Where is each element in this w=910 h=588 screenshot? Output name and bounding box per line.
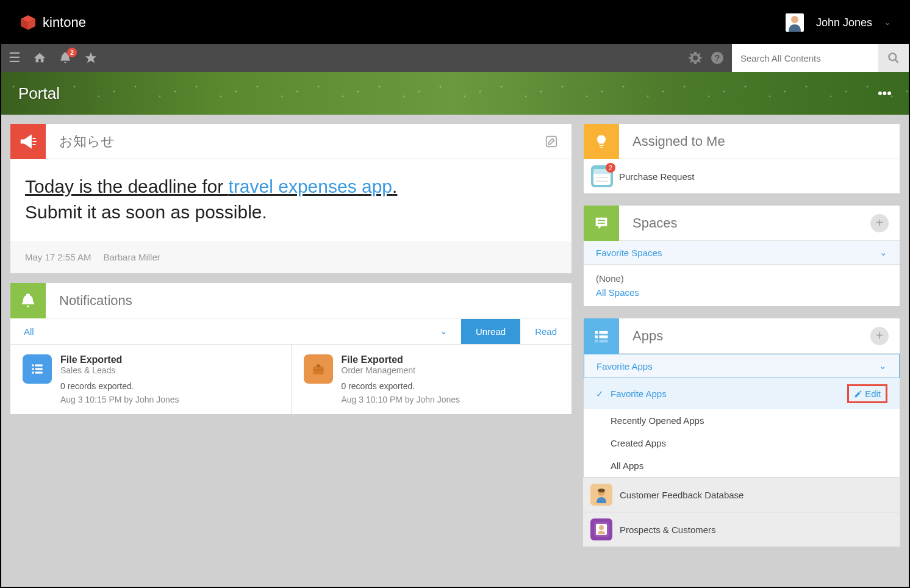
briefcase-icon <box>304 354 333 384</box>
tab-read[interactable]: Read <box>520 319 571 344</box>
user-name: John Jones <box>816 16 872 29</box>
lightbulb-icon <box>584 124 619 159</box>
svg-rect-16 <box>316 364 320 367</box>
svg-rect-11 <box>32 368 34 370</box>
toolbar: ☰ 2 ? <box>1 44 909 72</box>
spaces-panel: Spaces + Favorite Spaces ⌄ (None) All Sp… <box>583 205 900 307</box>
chevron-down-icon: ⌄ <box>884 18 890 27</box>
svg-line-7 <box>895 60 898 63</box>
megaphone-icon <box>10 124 46 159</box>
edit-label: Edit <box>865 389 881 399</box>
app-label: Customer Feedback Database <box>620 490 743 500</box>
all-spaces-link[interactable]: All Spaces <box>596 287 887 298</box>
star-icon[interactable] <box>84 51 98 65</box>
app-list-item[interactable]: Prospects & Customers <box>583 512 900 547</box>
notification-item[interactable]: File Exported Sales & Leads 0 records ex… <box>10 345 292 414</box>
svg-rect-10 <box>35 364 43 366</box>
notif-app: Order Management <box>342 365 560 375</box>
search-box <box>732 44 909 72</box>
notif-app: Sales & Leads <box>60 365 279 375</box>
home-icon[interactable] <box>33 51 46 65</box>
add-app-button[interactable]: + <box>870 327 889 345</box>
page-title: Portal <box>18 84 60 103</box>
apps-menu-favorite[interactable]: ✓ Favorite Apps Edit <box>584 378 900 409</box>
add-space-button[interactable]: + <box>870 214 889 232</box>
menu-item-label: Favorite Apps <box>611 389 667 399</box>
notif-title: File Exported <box>342 354 560 365</box>
app-list-item[interactable]: Customer Feedback Database <box>583 477 900 512</box>
apps-menu-created[interactable]: Created Apps <box>584 432 900 454</box>
travel-expenses-link[interactable]: travel expenses app <box>229 176 393 196</box>
avatar <box>786 13 804 32</box>
svg-rect-15 <box>313 367 323 375</box>
announcement-headline: Today is the deadline for travel expense… <box>25 176 557 197</box>
svg-point-3 <box>791 16 798 23</box>
svg-text:?: ? <box>715 53 720 63</box>
assigned-badge: 2 <box>606 163 615 173</box>
favorite-apps-dropdown[interactable]: Favorite Apps ⌄ <box>584 354 900 378</box>
logo-area[interactable]: kintone <box>20 14 86 31</box>
notification-badge: 2 <box>67 48 77 57</box>
menu-item-label: Created Apps <box>611 438 666 448</box>
apps-title: Apps <box>619 328 870 344</box>
svg-rect-25 <box>600 331 608 334</box>
search-button[interactable] <box>878 44 909 72</box>
spaces-none-label: (None) <box>596 273 887 284</box>
notifications-title: Notifications <box>46 293 571 309</box>
notif-desc: 0 records exported. <box>342 381 560 391</box>
logo-icon <box>20 14 37 31</box>
announcement-subline: Submit it as soon as possible. <box>25 202 557 223</box>
bell-panel-icon <box>10 283 46 318</box>
svg-rect-29 <box>600 339 608 342</box>
help-icon[interactable]: ? <box>710 51 725 65</box>
check-icon: ✓ <box>596 389 604 400</box>
notif-time: Aug 3 10:10 PM by John Jones <box>342 395 560 404</box>
assigned-item[interactable]: 2 Purchase Request <box>584 159 900 193</box>
announcement-panel: お知らせ Today is the deadline for travel ex… <box>10 123 572 274</box>
svg-rect-26 <box>595 335 598 338</box>
apps-icon <box>584 318 619 354</box>
app-label: Prospects & Customers <box>620 525 716 535</box>
edit-button[interactable] <box>545 135 571 148</box>
bell-icon[interactable]: 2 <box>59 51 72 65</box>
chat-icon <box>584 206 619 241</box>
svg-rect-14 <box>35 371 43 373</box>
notification-item[interactable]: File Exported Order Management 0 records… <box>292 345 572 414</box>
top-bar: kintone John Jones ⌄ <box>1 1 909 44</box>
brand-name: kintone <box>43 15 86 30</box>
portrait-icon <box>590 518 612 540</box>
user-menu[interactable]: John Jones ⌄ <box>786 13 890 32</box>
apps-panel: Apps + Favorite Apps ⌄ ✓ Favorite Apps E… <box>583 318 900 477</box>
menu-icon[interactable]: ☰ <box>9 50 21 66</box>
person-icon <box>590 484 612 506</box>
menu-item-label: Recently Opened Apps <box>611 415 704 426</box>
notif-time: Aug 3 10:15 PM by John Jones <box>60 395 279 404</box>
svg-point-6 <box>889 54 897 61</box>
svg-rect-12 <box>35 368 43 370</box>
gear-icon[interactable] <box>688 51 703 65</box>
banner-menu-icon[interactable]: ••• <box>878 85 892 101</box>
apps-menu-all[interactable]: All Apps <box>584 454 900 477</box>
apps-menu-recent[interactable]: Recently Opened Apps <box>584 409 900 432</box>
announcement-title: お知らせ <box>46 132 545 151</box>
assigned-title: Assigned to Me <box>619 134 900 149</box>
edit-favorite-apps-button[interactable]: Edit <box>847 384 887 403</box>
svg-rect-28 <box>595 339 598 342</box>
favorite-spaces-dropdown[interactable]: Favorite Spaces ⌄ <box>584 241 900 265</box>
chevron-down-icon: ⌄ <box>880 247 887 258</box>
notif-desc: 0 records exported. <box>60 381 279 391</box>
svg-point-35 <box>599 525 604 530</box>
spaces-title: Spaces <box>619 215 870 231</box>
headline-prefix: Today is the deadline for <box>25 176 229 196</box>
svg-rect-27 <box>600 335 608 338</box>
search-icon <box>887 52 900 64</box>
announcement-timestamp: May 17 2:55 AM <box>25 252 91 262</box>
apps-dropdown-label: Favorite Apps <box>597 361 653 371</box>
announcement-author: Barbara Miller <box>103 252 160 262</box>
svg-rect-9 <box>32 364 34 366</box>
pencil-icon <box>854 390 862 398</box>
notifications-filter-all[interactable]: All ⌄ <box>10 318 461 344</box>
headline-suffix: . <box>392 176 397 196</box>
tab-unread[interactable]: Unread <box>461 319 520 344</box>
search-input[interactable] <box>732 44 878 72</box>
